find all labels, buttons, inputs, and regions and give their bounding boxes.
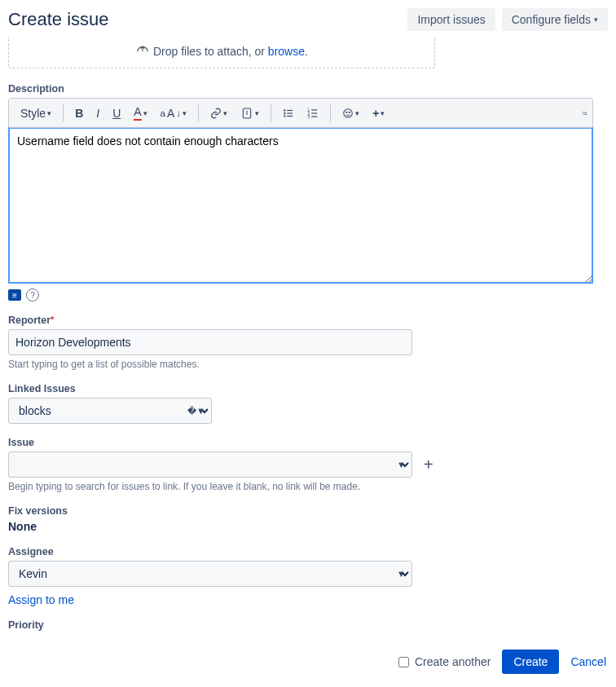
emoji-button[interactable]: ▾ (337, 104, 364, 122)
add-issue-button[interactable]: + (419, 454, 438, 476)
chevron-down-icon: ▾ (355, 109, 359, 117)
dropzone-suffix: . (305, 45, 308, 58)
numbered-list-button[interactable]: 123 (302, 104, 323, 122)
required-star-icon: * (51, 315, 54, 324)
svg-point-5 (284, 115, 285, 117)
chevron-down-icon: ▾ (223, 109, 227, 117)
issue-hint: Begin typing to search for issues to lin… (8, 481, 608, 492)
chevron-down-icon: ▾ (183, 109, 187, 117)
separator (330, 104, 331, 122)
svg-rect-8 (312, 109, 318, 110)
separator (271, 104, 271, 122)
chevron-down-icon: ▾ (255, 109, 259, 117)
dialog-footer: Create another Create Cancel (379, 645, 606, 652)
svg-rect-10 (312, 112, 318, 113)
assign-to-me-link[interactable]: Assign to me (8, 593, 74, 606)
svg-text:3: 3 (308, 114, 310, 118)
attachment-dropzone[interactable]: Drop files to attach, or browse. (8, 37, 435, 68)
style-dropdown[interactable]: Style▾ (15, 103, 56, 123)
browse-link[interactable]: browse (268, 45, 305, 58)
issue-label: Issue (8, 437, 608, 448)
style-label: Style (20, 107, 46, 120)
priority-label: Priority (8, 619, 608, 631)
svg-point-13 (344, 108, 353, 117)
issue-select[interactable] (8, 451, 412, 478)
bold-button[interactable]: B (70, 103, 88, 123)
svg-rect-6 (288, 115, 293, 116)
editor-toolbar: Style▾ B I U A ▾ aA↓ ▾ ▾ ▾ 123 (9, 99, 592, 128)
svg-point-14 (346, 112, 347, 112)
link-button[interactable]: ▾ (205, 104, 232, 122)
chevron-down-icon: ▾ (381, 109, 385, 117)
attachment-button[interactable]: ▾ (235, 103, 264, 123)
text-color-button[interactable]: A ▾ (129, 102, 152, 124)
svg-point-3 (284, 112, 285, 113)
chevron-down-icon: ▾ (594, 15, 598, 24)
more-button[interactable]: +▾ (367, 103, 389, 123)
reporter-input[interactable] (8, 329, 412, 355)
description-label: Description (8, 83, 608, 95)
chevron-down-icon: ▾ (143, 109, 147, 117)
linked-issues-label: Linked Issues (8, 383, 608, 394)
fix-versions-value: None (8, 520, 608, 533)
dropzone-text: Drop files to attach, or (153, 45, 268, 58)
collapse-icon[interactable]: ≈ (582, 108, 586, 119)
description-textarea[interactable] (9, 128, 592, 283)
italic-button[interactable]: I (91, 103, 104, 123)
upload-icon (135, 45, 153, 58)
create-button[interactable]: Create (502, 650, 559, 652)
assignee-select[interactable]: Kevin (8, 561, 412, 587)
chevron-down-icon: ▾ (47, 109, 51, 117)
reporter-label: Reporter* (8, 315, 608, 326)
reporter-hint: Start typing to get a list of possible m… (8, 359, 608, 370)
configure-fields-button[interactable]: Configure fields ▾ (502, 8, 608, 31)
underline-button[interactable]: U (108, 103, 125, 123)
configure-fields-label: Configure fields (512, 13, 591, 26)
description-editor: Style▾ B I U A ▾ aA↓ ▾ ▾ ▾ 123 (8, 98, 593, 284)
bullet-list-button[interactable] (278, 104, 299, 122)
linked-issues-select[interactable]: blocks (8, 398, 212, 424)
svg-point-1 (284, 109, 285, 111)
help-icon[interactable]: ? (26, 288, 39, 302)
svg-rect-12 (312, 116, 318, 117)
import-issues-button[interactable]: Import issues (407, 8, 495, 31)
svg-point-15 (349, 112, 350, 112)
svg-rect-2 (288, 109, 293, 110)
clear-format-button[interactable]: aA↓ ▾ (156, 103, 192, 123)
page-title: Create issue (8, 9, 109, 30)
visual-mode-icon[interactable]: ≡ (8, 289, 21, 301)
assignee-label: Assignee (8, 546, 608, 557)
svg-rect-4 (288, 112, 293, 113)
reporter-label-text: Reporter (8, 315, 51, 326)
separator (63, 104, 64, 122)
fix-versions-label: Fix versions (8, 505, 608, 517)
separator (198, 104, 199, 122)
